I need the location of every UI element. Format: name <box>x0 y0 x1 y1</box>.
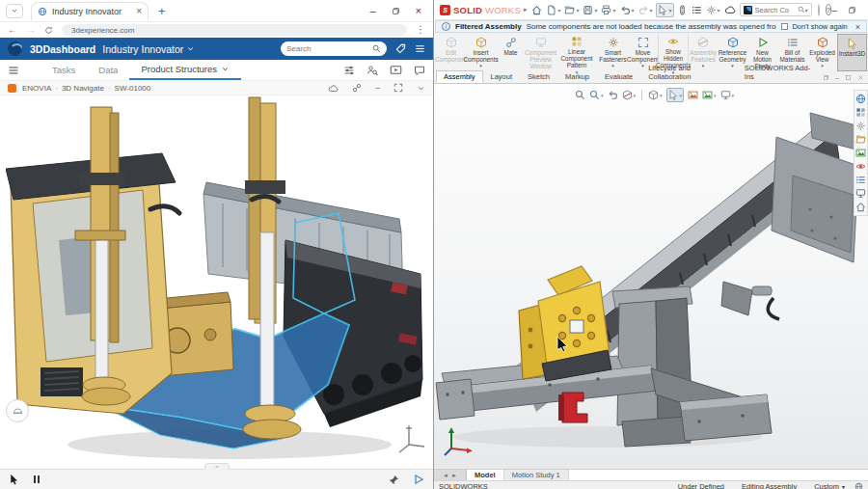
refresh-button[interactable] <box>44 26 53 35</box>
widget-chevron-down-icon[interactable] <box>417 84 425 93</box>
tab-data[interactable]: Data <box>87 60 129 80</box>
tab-evaluate[interactable]: Evaluate <box>597 70 640 83</box>
tab-markup[interactable]: Markup <box>557 70 597 83</box>
view-palette-tab-icon[interactable] <box>855 147 866 159</box>
widget-maximize-icon[interactable] <box>393 83 403 93</box>
address-bar[interactable]: 3dexperience.com <box>62 24 407 36</box>
toolbox-tab-icon[interactable] <box>855 120 866 132</box>
custom-properties-tab-icon[interactable] <box>855 174 866 186</box>
linear-component-pattern-button[interactable]: Linear Component Pattern▾ <box>556 34 598 71</box>
gesture-pointer-icon[interactable] <box>9 474 20 485</box>
dashboard-name[interactable]: Industry Innovator <box>102 43 183 55</box>
dashboard-chevron-down-icon[interactable] <box>186 44 195 53</box>
sidebar-menu-button[interactable] <box>8 65 19 76</box>
browser-restore-button[interactable] <box>392 7 400 15</box>
file-explorer-tab-icon[interactable] <box>855 133 866 146</box>
dashboard-menu-icon[interactable] <box>415 43 425 54</box>
browser-minimize-button[interactable]: – <box>369 5 375 16</box>
tab-layout[interactable]: Layout <box>483 70 521 83</box>
home-tab-icon[interactable] <box>855 201 866 213</box>
tab-model[interactable]: Model <box>467 470 504 480</box>
properties-icon[interactable] <box>691 4 703 16</box>
comments-icon[interactable] <box>414 65 425 76</box>
tab-close-icon[interactable]: × <box>136 7 142 16</box>
doc-minimize-icon[interactable]: – <box>835 73 839 82</box>
media-player-icon[interactable] <box>390 64 402 76</box>
status-globe-icon[interactable] <box>854 482 863 489</box>
commands-icon[interactable] <box>676 4 689 16</box>
3ds-logo-icon[interactable] <box>8 41 22 56</box>
instant3d-button[interactable]: Instant3D <box>837 34 867 71</box>
logo-flyout-arrow-icon[interactable]: ▸ <box>524 6 528 14</box>
pin-icon[interactable] <box>389 475 399 485</box>
play-icon[interactable] <box>413 474 424 485</box>
sw-restore-button[interactable] <box>848 6 856 14</box>
doc-close-icon[interactable] <box>857 74 864 81</box>
browser-menu-button[interactable]: ⋮ <box>416 25 425 35</box>
help-button[interactable]: ? <box>826 4 832 15</box>
command-search[interactable]: ▾ <box>740 3 812 16</box>
design-library-tab-icon[interactable] <box>855 106 866 119</box>
new-tab-button[interactable]: + <box>158 4 166 18</box>
tab-sketch[interactable]: Sketch <box>520 70 557 83</box>
units-selector[interactable]: Custom ▾ <box>814 482 845 489</box>
insert-components-button[interactable]: Insert Components▾ <box>466 34 496 71</box>
collapse-panel-button[interactable] <box>204 463 230 470</box>
tab-motion-study-1[interactable]: Motion Study 1 <box>504 470 569 480</box>
browser-tab[interactable]: Industry Innovator × <box>31 2 149 20</box>
status-mode: Editing Assembly <box>742 482 797 489</box>
display-options-icon[interactable] <box>343 65 355 76</box>
status-app-name: SOLIDWORKS <box>439 482 488 489</box>
back-button[interactable]: ← <box>8 25 17 35</box>
dashboard-search[interactable] <box>281 41 387 56</box>
dont-show-again-checkbox[interactable] <box>781 23 788 30</box>
forward-button[interactable]: → <box>26 25 36 35</box>
robot-compass-widget[interactable] <box>6 399 29 422</box>
warning-close-icon[interactable]: × <box>855 22 860 32</box>
save-button[interactable]: ▾ <box>582 4 598 16</box>
app-name: 3DDashboard <box>30 43 95 55</box>
component-preview-window-button: Component Preview Window <box>526 34 556 71</box>
browser-tab-strip: Industry Innovator × + – × <box>0 0 433 22</box>
task-pane-tab-strip <box>854 90 868 216</box>
undo-button[interactable]: ▾ <box>619 4 636 16</box>
forum-tab-icon[interactable] <box>855 187 866 200</box>
user-avatar[interactable] <box>818 4 820 16</box>
home-button[interactable] <box>530 4 543 16</box>
3dexperience-tab-icon[interactable] <box>855 93 866 105</box>
options-button[interactable]: ▾ <box>705 4 721 16</box>
linear-pattern-icon <box>571 36 583 47</box>
user-search-icon[interactable] <box>366 65 378 76</box>
sw-minimize-button[interactable]: – <box>831 5 837 15</box>
doc-maximize-icon[interactable] <box>845 74 852 81</box>
tab-search-button[interactable] <box>6 4 23 18</box>
doc-restore-icon[interactable] <box>823 74 829 81</box>
pause-icon[interactable] <box>34 475 40 483</box>
smart-fasteners-button[interactable]: Smart Fasteners▾ <box>598 34 628 71</box>
3d-viewport-left[interactable] <box>0 95 433 469</box>
command-search-input[interactable] <box>755 6 798 14</box>
widget-item: SW-01000 <box>115 84 151 93</box>
chevron-down-icon[interactable] <box>221 65 230 73</box>
sw-graphics-area[interactable]: ▾ ▾ ▾ ▾ ▾ ▾ <box>434 84 868 469</box>
new-document-button[interactable]: ▾ <box>545 4 561 16</box>
widget-minimize-icon[interactable]: – <box>375 83 380 93</box>
cloud-icon[interactable] <box>328 83 339 94</box>
print-button[interactable]: ▾ <box>600 4 616 16</box>
tab-tasks[interactable]: Tasks <box>41 60 87 80</box>
cloud-services-icon[interactable] <box>723 3 737 16</box>
share-link-icon[interactable] <box>352 83 362 93</box>
tab-lifecycle-collaboration[interactable]: Lifecycle and Collaboration <box>640 62 737 83</box>
tab-assembly[interactable]: Assembly <box>436 70 483 83</box>
mate-button[interactable]: Mate <box>496 34 526 71</box>
tab-scroll-control[interactable]: ◄► <box>434 470 467 480</box>
tag-icon[interactable] <box>395 43 406 54</box>
select-tool-button[interactable]: ▾ <box>656 3 674 17</box>
tab-product-structures[interactable]: Product Structures <box>129 60 241 80</box>
dashboard-search-input[interactable] <box>286 44 372 53</box>
dont-show-again-label[interactable]: Don't show again <box>792 22 847 31</box>
browser-close-button[interactable]: × <box>416 5 421 16</box>
tab-solidworks-addins[interactable]: SOLIDWORKS Add-Ins <box>737 62 823 83</box>
open-button[interactable]: ▾ <box>563 4 580 16</box>
appearances-tab-icon[interactable] <box>855 160 866 173</box>
